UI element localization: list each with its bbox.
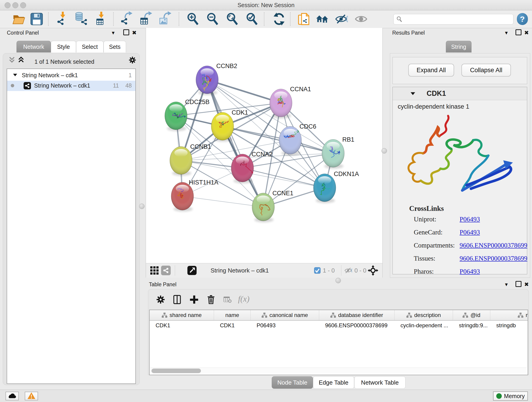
string-view-button[interactable]: [161, 266, 171, 275]
crosslink-row: Uniprot:: [414, 216, 436, 223]
results-panel-close-button[interactable]: ✖: [524, 29, 529, 36]
zoom-out-button[interactable]: [206, 13, 219, 26]
control-panel-float-button[interactable]: [123, 29, 129, 37]
help-button[interactable]: ?: [517, 13, 528, 25]
import-network-button[interactable]: [56, 13, 69, 26]
table-panel-float-button[interactable]: [515, 281, 521, 288]
export-network-button[interactable]: [120, 13, 133, 26]
refresh-button[interactable]: [273, 13, 285, 26]
results-panel-menu-button[interactable]: ▾: [505, 29, 508, 36]
namespace-icon: [262, 313, 267, 318]
network-node-CCNA2[interactable]: CCNA2: [231, 151, 273, 183]
show-view-button[interactable]: [355, 13, 367, 26]
bottom-splitter-grip[interactable]: [336, 278, 341, 283]
network-node-CCNB2[interactable]: CCNB2: [196, 63, 237, 95]
import-table-button[interactable]: [95, 13, 108, 26]
results-panel-float-button[interactable]: [515, 29, 521, 37]
scrollbar-thumb[interactable]: [152, 369, 201, 373]
table-row[interactable]: CDK1 CDK1 P06493 9606.ENSP00000378699 cy…: [150, 321, 528, 330]
network-collection-row[interactable]: String Network – cdk1 1: [7, 70, 135, 81]
tab-network-table[interactable]: Network Table: [354, 376, 405, 389]
delete-column-button[interactable]: [205, 294, 217, 306]
protein-expand-icon[interactable]: [411, 92, 415, 95]
table-panel-menu-button[interactable]: ▾: [505, 281, 508, 288]
open-session-button[interactable]: [12, 13, 25, 26]
node-table: shared name name canonical name database…: [149, 310, 528, 375]
zoom-fit-button[interactable]: [226, 13, 239, 26]
birds-eye-view-button[interactable]: [187, 266, 197, 275]
protein-card-header[interactable]: CDK1: [393, 87, 527, 100]
column-header[interactable]: canonical name: [251, 310, 319, 320]
network-node-RB1[interactable]: RB1: [322, 136, 355, 169]
expand-all-button[interactable]: Expand All: [408, 64, 454, 77]
selected-nodes-checkbox-icon[interactable]: [314, 267, 321, 274]
network-options-gear-button[interactable]: [128, 56, 136, 65]
table-settings-gear-button[interactable]: [155, 294, 167, 306]
tab-sets[interactable]: Sets: [104, 41, 126, 52]
tab-edge-table[interactable]: Edge Table: [313, 376, 354, 389]
column-header[interactable]: description: [394, 310, 453, 320]
collection-expand-icon[interactable]: [13, 74, 17, 76]
column-header[interactable]: database identifier: [319, 310, 394, 320]
grid-view-button[interactable]: [150, 266, 159, 275]
horizontal-scrollbar[interactable]: [150, 368, 527, 374]
network-node-CCNA1[interactable]: CCNA1: [270, 86, 311, 118]
string-copy-network-button[interactable]: [298, 13, 310, 26]
column-header[interactable]: shared name: [150, 310, 214, 320]
column-header[interactable]: @id: [453, 310, 490, 320]
tab-node-table[interactable]: Node Table: [272, 376, 313, 389]
node-label: CCNA2: [252, 151, 273, 158]
home-networks-button[interactable]: [316, 13, 329, 26]
control-panel-menu-button[interactable]: ▾: [112, 29, 114, 36]
function-builder-button[interactable]: f(x): [238, 294, 249, 304]
left-splitter-grip[interactable]: [139, 204, 145, 209]
hide-unhide-button[interactable]: [335, 13, 348, 26]
add-column-button[interactable]: [188, 294, 200, 306]
column-header[interactable]: name: [214, 310, 251, 320]
warnings-button[interactable]: [25, 392, 38, 400]
network-node-CDKN1A[interactable]: CDKN1A: [313, 171, 359, 203]
show-columns-button[interactable]: [171, 294, 183, 306]
namespace-icon: [462, 313, 468, 318]
column-header[interactable]: namespace: [490, 310, 528, 320]
network-canvas[interactable]: CCNB2CCNA1CDC25BCDK1CDC6RB1CCNB1CCNA2CDK…: [146, 28, 383, 263]
right-splitter-grip[interactable]: [381, 148, 387, 153]
node-label: CDC25B: [185, 99, 210, 105]
pan-mode-button[interactable]: [368, 265, 378, 276]
search-input[interactable]: [404, 16, 510, 23]
zoom-selected-button[interactable]: [246, 13, 259, 26]
network-label: String Network – cdk1: [34, 82, 90, 89]
namespace-icon: [518, 313, 523, 318]
delete-table-button[interactable]: [222, 294, 234, 306]
crosslink-link[interactable]: P06493: [460, 229, 480, 236]
network-node-CDC25B[interactable]: CDC25B: [165, 99, 210, 131]
titlebar: Session: New Session: [0, 0, 532, 10]
export-table-button[interactable]: [140, 13, 152, 26]
network-node-CCNE1[interactable]: CCNE1: [252, 190, 293, 222]
network-node-CDC6[interactable]: CDC6: [279, 123, 317, 156]
network-node-HIST1H1A[interactable]: HIST1H1A: [171, 179, 218, 211]
tab-select[interactable]: Select: [76, 41, 104, 52]
network-panel-body: 1 of 1 Network selected String Network –…: [3, 53, 140, 385]
crosslink-link[interactable]: P06493: [460, 268, 480, 275]
collapse-all-button[interactable]: Collapse All: [462, 64, 511, 77]
control-panel-close-button[interactable]: ✖: [132, 29, 137, 36]
network-row-selected[interactable]: String Network – cdk1 11 48: [7, 81, 135, 91]
export-image-button[interactable]: [159, 13, 172, 26]
tab-style[interactable]: Style: [51, 41, 76, 52]
crosslink-link[interactable]: P06493: [460, 216, 480, 223]
crosslink-link[interactable]: 9606.ENSP00000378699: [460, 242, 527, 249]
table-panel-close-button[interactable]: ✖: [524, 281, 529, 288]
cell-name: CDK1: [214, 321, 251, 330]
cloud-status-button[interactable]: [6, 392, 19, 400]
cell-namespace: stringdb: [490, 321, 528, 330]
tab-network[interactable]: Network: [17, 41, 51, 52]
zoom-in-button[interactable]: [186, 13, 199, 26]
tab-string-results[interactable]: String: [446, 41, 472, 52]
import-network-from-database-button[interactable]: [75, 13, 88, 26]
node-label: CDKN1A: [334, 171, 359, 177]
crosslink-link[interactable]: 9606.ENSP00000378699: [460, 255, 527, 262]
memory-button[interactable]: Memory: [493, 391, 528, 401]
search-icon: [396, 16, 402, 22]
save-session-button[interactable]: [30, 13, 43, 26]
